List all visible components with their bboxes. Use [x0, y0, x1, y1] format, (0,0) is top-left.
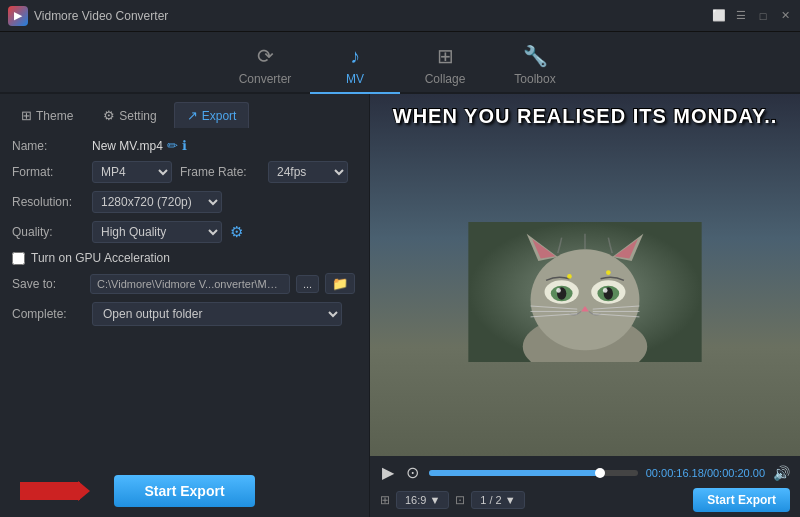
progress-handle[interactable]	[595, 468, 605, 478]
clip-arrow: ▼	[505, 494, 516, 506]
export-action-area: Start Export	[0, 455, 369, 517]
resolution-icon: ⊞	[380, 493, 390, 507]
main-content: ⊞ Theme ⚙ Setting ↗ Export Name: New MV.…	[0, 94, 800, 517]
sub-tab-theme[interactable]: ⊞ Theme	[8, 102, 86, 128]
theme-icon: ⊞	[21, 108, 32, 123]
clip-label: 1 / 2	[480, 494, 501, 506]
export-icon: ↗	[187, 108, 198, 123]
gpu-row: Turn on GPU Acceleration	[12, 251, 357, 265]
svg-point-23	[606, 270, 611, 275]
svg-point-13	[556, 288, 561, 293]
edit-name-icon[interactable]: ✏	[167, 138, 178, 153]
quality-settings-icon[interactable]: ⚙	[230, 223, 243, 241]
saveto-row: Save to: C:\Vidmore\Vidmore V...onverter…	[12, 273, 357, 294]
complete-row: Complete: Open output folder	[12, 302, 357, 326]
tab-toolbox[interactable]: 🔧 Toolbox	[490, 38, 580, 94]
svg-point-14	[603, 288, 608, 293]
gpu-label: Turn on GPU Acceleration	[31, 251, 170, 265]
saveto-label: Save to:	[12, 277, 84, 291]
meme-text: WHEN YOU REALISED ITS MONDAY..	[370, 94, 800, 128]
resolution-select[interactable]: 1280x720 (720p)	[92, 191, 222, 213]
framerate-label: Frame Rate:	[180, 165, 260, 179]
meme-canvas: WHEN YOU REALISED ITS MONDAY..	[370, 94, 800, 456]
complete-label: Complete:	[12, 307, 84, 321]
title-bar-left: ▶ Vidmore Video Converter	[8, 6, 168, 26]
clip-button[interactable]: 1 / 2 ▼	[471, 491, 524, 509]
setting-icon: ⚙	[103, 108, 115, 123]
sub-tab-setting-label: Setting	[119, 109, 156, 123]
svg-point-22	[567, 274, 572, 279]
progress-bar[interactable]	[429, 470, 638, 476]
progress-fill	[429, 470, 600, 476]
tab-collage-label: Collage	[425, 72, 466, 86]
settings-button[interactable]: ☰	[734, 9, 748, 23]
video-controls: ▶ ⊙ 00:00:16.18/00:00:20.00 🔊 ⊞ 16:9 ▼ ⊡	[370, 456, 800, 517]
resolution-row: Resolution: 1280x720 (720p)	[12, 191, 357, 213]
cat-face	[370, 128, 800, 456]
tab-collage[interactable]: ⊞ Collage	[400, 38, 490, 94]
tab-converter-label: Converter	[239, 72, 292, 86]
format-select[interactable]: MP4	[92, 161, 172, 183]
controls-row1: ▶ ⊙ 00:00:16.18/00:00:20.00 🔊	[380, 461, 790, 484]
arrow-hint	[20, 482, 80, 500]
ratio-button[interactable]: 16:9 ▼	[396, 491, 449, 509]
sub-tab-setting[interactable]: ⚙ Setting	[90, 102, 169, 128]
sub-tab-export-label: Export	[202, 109, 237, 123]
video-preview: WHEN YOU REALISED ITS MONDAY..	[370, 94, 800, 456]
converter-icon: ⟳	[257, 44, 274, 68]
name-row: Name: New MV.mp4 ✏ ℹ	[12, 138, 357, 153]
snapshot-button[interactable]: ⊙	[404, 461, 421, 484]
toolbox-icon: 🔧	[523, 44, 548, 68]
app-title: Vidmore Video Converter	[34, 9, 168, 23]
app-icon: ▶	[8, 6, 28, 26]
tab-mv[interactable]: ♪ MV	[310, 38, 400, 94]
ratio-arrow: ▼	[429, 494, 440, 506]
format-framerate-row: Format: MP4 Frame Rate: 24fps	[12, 161, 357, 183]
framerate-select[interactable]: 24fps	[268, 161, 348, 183]
export-form: Name: New MV.mp4 ✏ ℹ Format: MP4 Frame R…	[0, 128, 369, 455]
mv-icon: ♪	[350, 45, 360, 68]
svg-point-2	[531, 249, 640, 350]
quality-select[interactable]: High Quality	[92, 221, 222, 243]
sub-tab-export[interactable]: ↗ Export	[174, 102, 250, 128]
start-export-button[interactable]: Start Export	[114, 475, 254, 507]
complete-select[interactable]: Open output folder	[92, 302, 342, 326]
gpu-checkbox[interactable]	[12, 252, 25, 265]
ratio-label: 16:9	[405, 494, 426, 506]
save-folder-button[interactable]: 📁	[325, 273, 355, 294]
cat-svg	[370, 222, 800, 362]
save-path-display: C:\Vidmore\Vidmore V...onverter\MV Expor…	[90, 274, 290, 294]
red-arrow	[20, 482, 80, 500]
info-icon[interactable]: ℹ	[182, 138, 187, 153]
start-export-small-button[interactable]: Start Export	[693, 488, 790, 512]
maximize-button[interactable]: □	[756, 9, 770, 23]
quality-label: Quality:	[12, 225, 84, 239]
tab-toolbox-label: Toolbox	[514, 72, 555, 86]
right-panel: WHEN YOU REALISED ITS MONDAY..	[370, 94, 800, 517]
sub-tabs: ⊞ Theme ⚙ Setting ↗ Export	[0, 94, 369, 128]
collage-icon: ⊞	[437, 44, 454, 68]
tab-mv-label: MV	[346, 72, 364, 86]
volume-icon[interactable]: 🔊	[773, 465, 790, 481]
sub-tab-theme-label: Theme	[36, 109, 73, 123]
name-label: Name:	[12, 139, 84, 153]
close-button[interactable]: ✕	[778, 9, 792, 23]
controls-row2: ⊞ 16:9 ▼ ⊡ 1 / 2 ▼ Start Export	[380, 488, 790, 512]
title-bar: ▶ Vidmore Video Converter ⬜ ☰ □ ✕	[0, 0, 800, 32]
resolution-label: Resolution:	[12, 195, 84, 209]
minimize-button[interactable]: ⬜	[712, 9, 726, 23]
format-label: Format:	[12, 165, 84, 179]
name-value: New MV.mp4 ✏ ℹ	[92, 138, 187, 153]
clip-icon: ⊡	[455, 493, 465, 507]
save-more-button[interactable]: ...	[296, 275, 319, 293]
left-panel: ⊞ Theme ⚙ Setting ↗ Export Name: New MV.…	[0, 94, 370, 517]
nav-tabs: ⟳ Converter ♪ MV ⊞ Collage 🔧 Toolbox	[0, 32, 800, 94]
controls-row2-left: ⊞ 16:9 ▼ ⊡ 1 / 2 ▼	[380, 491, 525, 509]
tab-converter[interactable]: ⟳ Converter	[220, 38, 310, 94]
time-display: 00:00:16.18/00:00:20.00	[646, 467, 765, 479]
title-bar-controls: ⬜ ☰ □ ✕	[712, 9, 792, 23]
play-button[interactable]: ▶	[380, 461, 396, 484]
quality-row: Quality: High Quality ⚙	[12, 221, 357, 243]
